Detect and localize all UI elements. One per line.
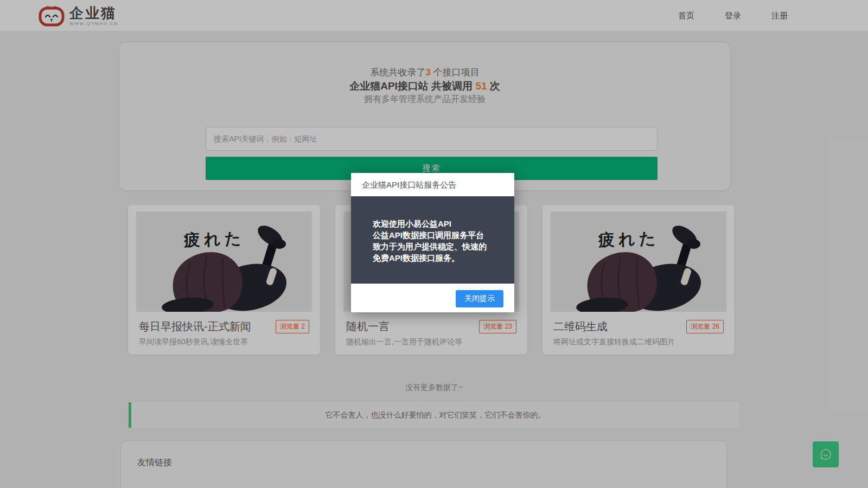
modal-body-line: 公益API数据接口调用服务平台	[373, 229, 493, 241]
modal-body-line: 致力于为用户提供稳定、快速的免费API数据接口服务。	[373, 241, 493, 264]
announcement-modal: 企业猫API接口站服务公告 欢迎使用小易公益API 公益API数据接口调用服务平…	[351, 173, 514, 312]
modal-body-line: 欢迎使用小易公益API	[373, 218, 493, 229]
modal-title: 企业猫API接口站服务公告	[351, 173, 514, 196]
modal-close-button[interactable]: 关闭提示	[456, 290, 503, 307]
modal-body: 欢迎使用小易公益API 公益API数据接口调用服务平台 致力于为用户提供稳定、快…	[351, 196, 514, 284]
page-root: 企业猫 WWW.QYMAO.CN 首页 登录 注册 系统共收录了3 个接口项目 …	[0, 0, 868, 488]
modal-footer: 关闭提示	[351, 284, 514, 312]
